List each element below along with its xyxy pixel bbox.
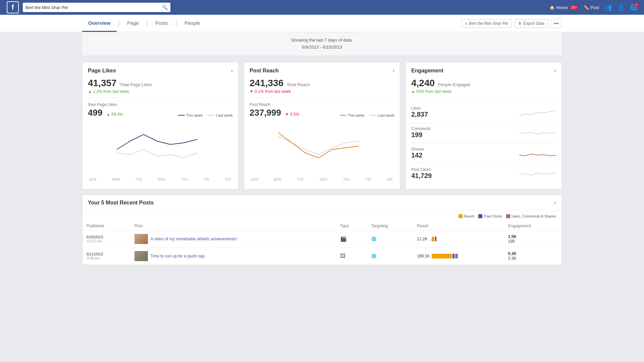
postclicks-mini-chart (519, 167, 556, 180)
shares-label: Shares (411, 147, 424, 152)
page-likes-header: Page Likes › (88, 68, 233, 74)
home-nav-item[interactable]: 🏠 Home 20+ (549, 5, 578, 10)
export-data-button[interactable]: ⬇ Export Data (515, 19, 548, 28)
post-reach-title: Post Reach (250, 68, 279, 74)
this-week-line (178, 115, 185, 116)
legend-likes-comments-shares: Likes, Comments & Shares (506, 214, 556, 218)
total-reach-label: Total Reach (287, 82, 310, 87)
page-likes-legend: This week Last week (178, 113, 233, 117)
stats-row: Page Likes › 41,357 Total Page Likes ▲ 1… (82, 62, 562, 189)
post-reach-label: Post Reach (250, 102, 394, 107)
row2-post: Time to curl up for a quick nap. (130, 247, 336, 264)
legend-postclicks: Post Clicks (478, 214, 502, 218)
nav-tabs: Overview | Page | Posts | People (82, 15, 206, 32)
table-row: 6/11/2013 3:08 pm Time to curl up for a … (83, 247, 561, 264)
page-likes-svg (88, 123, 233, 166)
main-content: Showing the last 7 days of data. 6/9/201… (0, 32, 644, 265)
post-nav-item[interactable]: ✏️ Post (584, 5, 599, 10)
col-post: Post (130, 222, 336, 231)
engagement-shares-row: Shares 142 (411, 143, 556, 164)
row1-reach: 11.2K (413, 230, 504, 247)
posts-table-head: Published Post Type Targeting Reach Enga… (83, 222, 561, 231)
page-likes-total: 41,357 Total Page Likes (88, 78, 233, 88)
tab-page[interactable]: Page (121, 15, 145, 32)
page-likes-change: ▲ 1.2% from last week (88, 89, 233, 94)
page-likes-days: SUN MON TUE WED THU FRI SAT (88, 178, 233, 181)
row1-reach-bar (432, 237, 434, 241)
postclicks-value: 41,729 (411, 172, 432, 180)
row2-type-icon: 🖼 (340, 253, 345, 259)
engagement-header: Engagement › (411, 68, 556, 74)
row1-post-link[interactable]: A video of my remarkable athletic achiev… (151, 237, 237, 241)
row1-targeting: 🌐 (367, 230, 413, 247)
subnav-actions: ≡ Bert the Mini Shar Pei ⬇ Export Data •… (461, 19, 562, 28)
engagement-title: Engagement (411, 68, 443, 74)
date-banner-line2: 6/9/2013 - 6/15/2013 (87, 44, 557, 51)
facebook-logo: f (7, 1, 19, 13)
col-type: Type (336, 222, 367, 231)
col-reach: Reach (413, 222, 504, 231)
sub-navigation: Overview | Page | Posts | People ≡ Bert … (0, 15, 644, 32)
notification-badge: 1 (634, 2, 639, 7)
people-engaged-number: 4,240 (411, 78, 435, 88)
row1-engagement: 1.5K 195 (504, 230, 561, 247)
home-label: Home (556, 5, 568, 10)
tab-posts[interactable]: Posts (149, 15, 174, 32)
post-reach-arrow[interactable]: › (393, 68, 394, 74)
profile-nav-item[interactable]: 👤 (617, 4, 625, 11)
post-reach-legend: This week Last week (340, 113, 394, 117)
search-bar[interactable]: Bert the Mini Shar Pei 🔍 (23, 3, 170, 12)
reach-legend-box (459, 214, 463, 218)
date-banner-line1: Showing the last 7 days of data. (87, 37, 557, 44)
reach-this-week-line (340, 115, 346, 116)
recent-posts-arrow[interactable]: › (554, 200, 556, 206)
row2-post-link[interactable]: Time to curl up for a quick nap. (151, 254, 206, 258)
friends-icon: 👥 (604, 4, 612, 11)
legend-this-week: This week (178, 113, 203, 117)
more-options-button[interactable]: ••• (551, 19, 562, 28)
engagement-arrow[interactable]: › (554, 68, 556, 74)
row2-engagement: 5.3K 2.3K (504, 247, 561, 264)
posts-header-row: Published Post Type Targeting Reach Enga… (83, 222, 561, 231)
col-engagement: Engagement (504, 222, 561, 231)
tab-overview[interactable]: Overview (82, 15, 117, 32)
posts-legend: Reach Post Clicks Likes, Comments & Shar… (83, 211, 561, 222)
legend-reach: Reach (459, 214, 475, 218)
post-label: Post (590, 5, 599, 10)
engagement-postclicks-row: Post Clicks 41,729 (411, 164, 556, 184)
comments-value: 199 (411, 131, 431, 139)
engagement-shares-section: Shares 142 (411, 147, 424, 159)
post-reach-card: Post Reach › 241,336 Total Reach ▼ 0.1% … (244, 62, 400, 189)
separator-3: | (174, 19, 178, 27)
row2-targeting: 🌐 (367, 247, 413, 264)
reach-last-week-line (370, 115, 376, 116)
home-icon: 🏠 (549, 5, 555, 10)
row1-type: 🎬 (336, 230, 367, 247)
engagement-comments-row: Comments 199 (411, 123, 556, 143)
people-engaged-label: People Engaged (438, 82, 470, 87)
row2-thumbnail (135, 251, 148, 261)
globe-nav-item[interactable]: 🌐 1 (630, 4, 637, 11)
table-row: 6/18/2013 12:52 am A video of my remarka… (83, 230, 561, 247)
row1-targeting-icon: 🌐 (371, 237, 376, 241)
tab-people[interactable]: People (178, 15, 206, 32)
search-input[interactable]: Bert the Mini Shar Pei (25, 5, 162, 10)
legend-last-week: Last week (208, 113, 233, 117)
home-badge: 20+ (570, 5, 578, 10)
pencil-icon: ✏️ (584, 5, 589, 10)
likes-mini-chart (519, 106, 556, 119)
friends-nav-item[interactable]: 👥 (604, 4, 612, 11)
posts-table-body: 6/18/2013 12:52 am A video of my remarka… (83, 230, 561, 264)
page-selector-button[interactable]: ≡ Bert the Mini Shar Pei (461, 19, 512, 28)
total-reach-number: 241,336 (250, 78, 283, 88)
page-likes-arrow[interactable]: › (231, 68, 233, 74)
total-likes-label: Total Page Likes (120, 82, 152, 87)
row1-bar-wrapper (432, 237, 436, 241)
lcs-legend-box (506, 214, 510, 218)
engagement-card: Engagement › 4,240 People Engaged ▲ 53% … (406, 62, 562, 189)
search-icon[interactable]: 🔍 (162, 5, 168, 10)
new-likes-change: ▲ 58.4% (106, 112, 123, 117)
reach-legend-last-week: Last week (370, 113, 394, 117)
profile-icon: 👤 (617, 4, 625, 11)
row1-thumbnail (135, 234, 148, 244)
